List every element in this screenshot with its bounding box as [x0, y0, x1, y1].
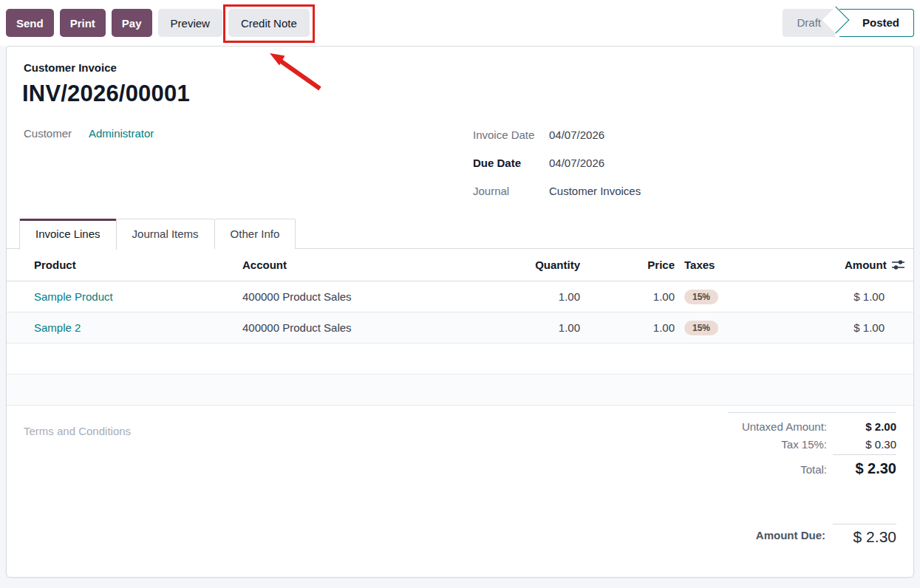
statusbar-step-posted-label: Posted: [862, 16, 899, 29]
quantity-cell: 1.00: [508, 290, 580, 303]
due-date-value[interactable]: 04/07/2026: [549, 155, 604, 171]
amount-due-value: $ 2.30: [833, 524, 896, 546]
price-cell: 1.00: [580, 290, 675, 303]
due-date-row: Due Date 04/07/2026: [473, 155, 887, 171]
invoice-date-label: Invoice Date: [473, 127, 549, 143]
product-link[interactable]: Sample Product: [34, 290, 113, 303]
total-value: $ 2.30: [833, 460, 896, 477]
statusbar-step-posted[interactable]: Posted: [839, 9, 914, 37]
due-date-label: Due Date: [473, 155, 549, 171]
table-row[interactable]: Sample Product 400000 Product Sales 1.00…: [7, 281, 913, 312]
invoice-date-value[interactable]: 04/07/2026: [549, 127, 604, 143]
account-cell: 400000 Product Sales: [242, 321, 508, 334]
amount-due-block: Amount Due: $ 2.30: [756, 524, 896, 546]
header-account[interactable]: Account: [242, 259, 508, 271]
tax-value: $ 0.30: [833, 438, 896, 455]
optional-columns-icon[interactable]: [892, 259, 904, 273]
tab-journal-items[interactable]: Journal Items: [117, 219, 215, 249]
invoice-sheet: Customer Invoice INV/2026/00001 Customer…: [6, 46, 914, 578]
product-link[interactable]: Sample 2: [34, 321, 81, 334]
preview-button[interactable]: Preview: [158, 9, 222, 37]
untaxed-amount-row: Untaxed Amount: $ 2.00: [728, 420, 896, 433]
tax-badge: 15%: [684, 290, 718, 304]
journal-label: Journal: [473, 183, 549, 199]
header-quantity[interactable]: Quantity: [508, 259, 580, 271]
amount-cell: $ 1.00: [845, 321, 913, 334]
toolbar: Send Print Pay Preview Credit Note Draft…: [0, 0, 920, 46]
total-row: Total: $ 2.30: [728, 460, 896, 477]
customer-link[interactable]: Administrator: [89, 127, 154, 140]
invoice-date-row: Invoice Date 04/07/2026: [473, 127, 887, 143]
odoo-invoice-form: Send Print Pay Preview Credit Note Draft…: [0, 0, 920, 588]
notebook-tabs: Invoice Lines Journal Items Other Info: [7, 219, 913, 249]
total-label: Total:: [800, 463, 827, 476]
table-row[interactable]: Sample 2 400000 Product Sales 1.00 1.00 …: [7, 312, 913, 343]
pay-button[interactable]: Pay: [112, 9, 152, 37]
document-type-label: Customer Invoice: [24, 61, 117, 74]
empty-table-row[interactable]: [7, 343, 913, 375]
table-header-row: Product Account Quantity Price Taxes Amo…: [7, 249, 913, 281]
statusbar-step-draft-label: Draft: [797, 16, 821, 29]
tab-invoice-lines[interactable]: Invoice Lines: [19, 219, 117, 250]
tax-row: Tax 15%: $ 0.30: [728, 438, 896, 455]
tax-badge: 15%: [684, 321, 718, 335]
header-price[interactable]: Price: [580, 259, 675, 271]
send-button[interactable]: Send: [6, 9, 54, 37]
statusbar: Draft Posted: [783, 9, 914, 37]
credit-note-wrapper: Credit Note: [228, 9, 310, 37]
tab-other-info[interactable]: Other Info: [215, 219, 296, 249]
header-taxes[interactable]: Taxes: [675, 259, 845, 271]
empty-table-row[interactable]: [7, 375, 913, 406]
untaxed-amount-value: $ 2.00: [833, 420, 896, 433]
price-cell: 1.00: [580, 321, 675, 334]
amount-due-label: Amount Due:: [756, 529, 825, 541]
quantity-cell: 1.00: [508, 321, 580, 334]
terms-and-conditions-field[interactable]: Terms and Conditions: [24, 425, 131, 437]
amount-cell: $ 1.00: [845, 290, 913, 303]
header-product[interactable]: Product: [24, 259, 242, 271]
invoice-fields: Invoice Date 04/07/2026 Due Date 04/07/2…: [473, 127, 887, 211]
invoice-lines-table: Product Account Quantity Price Taxes Amo…: [7, 249, 913, 406]
customer-field-row: Customer Administrator: [24, 127, 154, 140]
invoice-number: INV/2026/00001: [22, 81, 190, 107]
journal-row: Journal Customer Invoices: [473, 183, 887, 199]
untaxed-amount-label: Untaxed Amount:: [742, 420, 827, 433]
journal-value[interactable]: Customer Invoices: [549, 183, 641, 199]
account-cell: 400000 Product Sales: [242, 290, 508, 303]
tax-label: Tax 15%:: [781, 438, 827, 451]
header-amount[interactable]: Amount: [845, 259, 916, 271]
print-button[interactable]: Print: [60, 9, 106, 37]
totals-block: Untaxed Amount: $ 2.00 Tax 15%: $ 0.30 T…: [728, 412, 896, 482]
credit-note-button[interactable]: Credit Note: [228, 9, 310, 37]
customer-label: Customer: [24, 127, 89, 140]
